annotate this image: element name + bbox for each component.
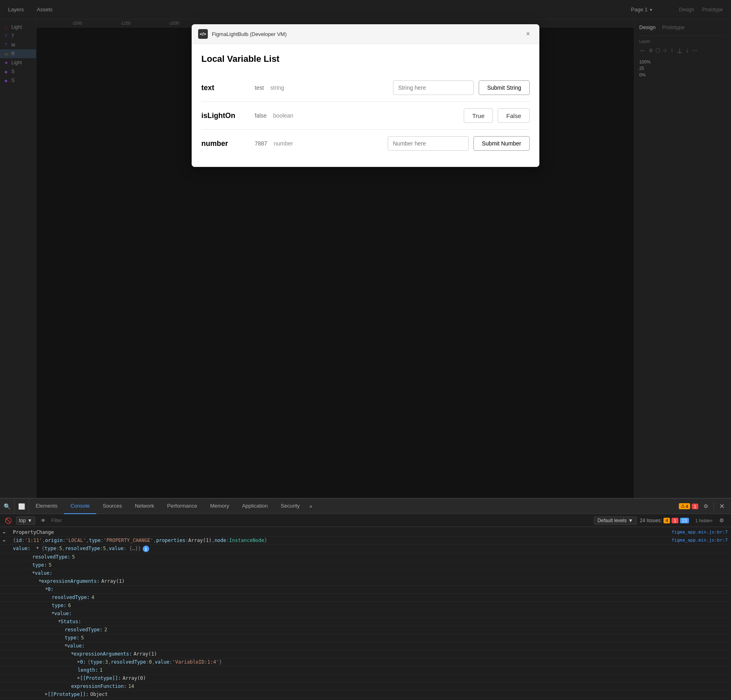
tree-0: 0: <box>0 586 731 594</box>
devtools-filter-bar: 🚫 top ▼ 👁 Default levels ▼ 24 Issues: 4 … <box>0 514 731 527</box>
tree-type-5-inner: type: 5 <box>0 634 731 642</box>
tree-deep-value: value: <box>0 642 731 650</box>
console-settings-icon[interactable]: ⚙ <box>716 514 728 527</box>
plugin-icon: </> <box>198 29 208 39</box>
var-value-number: 7887 <box>255 140 267 147</box>
issues-error-count: 1 <box>672 518 678 523</box>
devtools-close-button[interactable]: ✕ <box>716 500 728 512</box>
devtools-tab-application[interactable]: Application <box>236 499 275 514</box>
console-arrow-icon: ► <box>3 530 10 535</box>
tree-value-expand: value: <box>0 569 731 578</box>
hidden-count: 1 hidden <box>695 518 712 523</box>
devtools-panel: 🔍 ⬜ Elements Console Sources Network Per… <box>0 498 731 700</box>
issues-info-count: 23 <box>680 518 689 523</box>
modal-heading: Local Variable List <box>201 54 530 64</box>
devtools-more-tabs[interactable]: » <box>306 499 315 514</box>
devtools-tab-console[interactable]: Console <box>64 499 96 514</box>
var-name-number: number <box>201 139 250 148</box>
eye-icon[interactable]: 👁 <box>38 516 48 525</box>
console-line-propertychange: ► PropertyChange figma_app.min.js:br:7 <box>0 529 731 537</box>
issues-warning-count: 4 <box>663 518 670 523</box>
var-name-boolean: isLightOn <box>201 112 250 120</box>
text-string-input[interactable] <box>393 80 474 95</box>
tree-resolved-type-4: resolvedType: 4 <box>0 594 731 602</box>
var-name-text: text <box>201 84 250 92</box>
devtools-tab-memory[interactable]: Memory <box>204 499 236 514</box>
devtools-tab-network[interactable]: Network <box>129 499 161 514</box>
devtools-tab-security[interactable]: Security <box>274 499 306 514</box>
console-output: ► PropertyChange figma_app.min.js:br:7 ►… <box>0 527 731 700</box>
devtools-tab-sources[interactable]: Sources <box>96 499 129 514</box>
submit-number-button[interactable]: Submit Number <box>473 136 530 151</box>
tree-resolved-type-2: resolvedType: 2 <box>0 626 731 634</box>
true-button[interactable]: True <box>464 108 493 123</box>
tree-length: length: 1 <box>0 666 731 675</box>
var-value-boolean: false <box>255 112 267 119</box>
tree-type-6: type: 6 <box>0 602 731 610</box>
context-selector[interactable]: top ▼ <box>16 517 35 525</box>
devtools-tab-elements[interactable]: Elements <box>29 499 64 514</box>
local-variable-modal: </> FigmaLightBulb (Developer VM) × Loca… <box>192 24 539 167</box>
console-filter-input[interactable] <box>51 516 319 525</box>
info-badge: i <box>143 546 149 552</box>
submit-string-button[interactable]: Submit String <box>479 80 530 95</box>
console-expand-icon: ► <box>3 538 10 543</box>
file-link-1[interactable]: figma_app.min.js:br:7 <box>665 529 728 535</box>
default-levels-button[interactable]: Default levels ▼ <box>594 517 637 525</box>
error-badge: 1 <box>692 504 698 509</box>
modal-close-button[interactable]: × <box>523 29 533 39</box>
tree-prototype-array: [[Prototype]]: Array(0) <box>0 675 731 683</box>
tree-inner-value: value: <box>0 610 731 618</box>
issues-section: 24 Issues: 4 1 23 <box>640 518 689 523</box>
var-type-boolean: boolean <box>273 112 294 119</box>
devtools-tab-performance[interactable]: Performance <box>161 499 203 514</box>
console-line-value-root: value: { type: 5, resolvedType: 5, value… <box>0 545 731 553</box>
tree-deep-expr-args: expressionArguments: Array(1) <box>0 650 731 658</box>
tree-resolved-type: resolvedType: 5 <box>0 553 731 561</box>
devtools-settings-icon[interactable]: ⚙ <box>700 500 712 512</box>
variable-row-boolean: isLightOn false boolean True False <box>201 102 530 130</box>
clear-console-icon[interactable]: 🚫 <box>3 516 13 525</box>
variable-row-number: number 7887 number Submit Number <box>201 130 530 157</box>
tree-expr-args: expressionArguments: Array(1) <box>0 578 731 586</box>
tree-status: Status: <box>0 618 731 626</box>
number-input[interactable] <box>388 136 469 151</box>
var-type-number: number <box>274 140 293 147</box>
console-line-object: ► { id: '1:11', origin: 'LOCAL', type: '… <box>0 537 731 545</box>
modal-body: Local Variable List text test string Sub… <box>192 44 539 167</box>
modal-title: FigmaLightBulb (Developer VM) <box>212 31 519 37</box>
devtools-tabs-bar: 🔍 ⬜ Elements Console Sources Network Per… <box>0 499 731 514</box>
var-type-text: string <box>270 84 284 91</box>
var-value-text: test <box>255 84 264 91</box>
false-button[interactable]: False <box>498 108 530 123</box>
warning-badge: ⚠4 <box>679 503 690 509</box>
tree-expr-func: expressionFunction: 14 <box>0 683 731 691</box>
tree-proto-obj-1: [[Prototype]]: Object <box>0 691 731 699</box>
file-link-2[interactable]: figma_app.min.js:br:7 <box>665 538 728 543</box>
modal-header: </> FigmaLightBulb (Developer VM) × <box>192 24 539 44</box>
variable-row-text: text test string Submit String <box>201 74 530 102</box>
devtools-device-icon[interactable]: ⬜ <box>15 499 29 514</box>
tree-item-0-variableId: 0: { type: 3, resolvedType: 0, value: 'V… <box>0 658 731 666</box>
devtools-inspect-icon[interactable]: 🔍 <box>0 499 15 514</box>
modal-overlay: </> FigmaLightBulb (Developer VM) × Loca… <box>0 0 731 498</box>
tree-type: type: 5 <box>0 561 731 569</box>
